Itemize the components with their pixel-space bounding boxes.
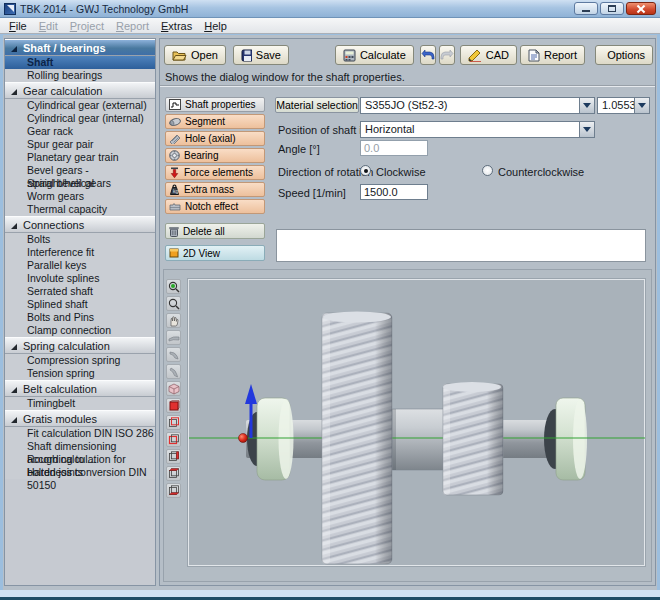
front-view-icon[interactable] [166,398,181,413]
y-axis-arrow [250,402,253,438]
sidebar-header-belt-calculation[interactable]: Belt calculation [5,380,155,397]
counterclockwise-label[interactable]: Counterclockwise [498,166,584,178]
status-hint-text: Shows the dialog window for the shaft pr… [165,71,405,83]
sidebar-item-hardness-conversion[interactable]: Hardness conversion DIN 50150 [5,466,155,479]
svg-text:kg: kg [173,188,179,194]
sidebar-header-gratis-modules[interactable]: Gratis modules [5,410,155,427]
sidebar-item-thermal-capacity[interactable]: Thermal capacity [5,203,155,216]
pan-hand-icon[interactable] [166,313,181,328]
y-axis-arrowhead [245,384,257,404]
sidebar-item-gear-rack[interactable]: Gear rack [5,125,155,138]
chevron-down-icon[interactable] [634,98,649,113]
menubar: File Edit Project Report Extras Help [0,18,660,34]
segment-button[interactable]: Segment [165,114,265,129]
sidebar-item-rough-calculation[interactable]: Rough calculation for bolted joints [5,453,155,466]
menu-extras[interactable]: Extras [156,19,197,33]
zoom-icon[interactable] [166,296,181,311]
sidebar-item-fit-calculation[interactable]: Fit calculation DIN ISO 286 [5,427,155,440]
menu-help[interactable]: Help [199,19,232,33]
sidebar-item-bolts-and-pins[interactable]: Bolts and Pins [5,311,155,324]
left-view-icon[interactable] [166,432,181,447]
sidebar-item-cylindrical-gear-internal[interactable]: Cylindrical gear (internal) [5,112,155,125]
right-view-icon[interactable] [166,449,181,464]
chevron-down-icon[interactable] [579,98,594,113]
material-selection-button[interactable]: Material selection [275,97,359,113]
sidebar-item-cylindrical-gear-external[interactable]: Cylindrical gear (external) [5,99,155,112]
sidebar-item-shaft[interactable]: Shaft [5,56,155,69]
material-combobox[interactable]: S355JO (St52-3) [360,97,595,114]
main-panel: Open Save Calculate CAD Report [159,38,656,586]
position-combobox[interactable]: Horizontal [360,121,595,138]
bearing-icon [169,150,180,161]
shaft-segment-middle [392,409,448,470]
notch-effect-button[interactable]: Notch effect [165,199,265,214]
back-view-icon[interactable] [166,415,181,430]
view-rotate-2-icon[interactable] [166,347,181,362]
cad-button[interactable]: CAD [460,45,517,65]
minimize-button[interactable] [574,2,598,15]
sidebar-item-worm-gears[interactable]: Worm gears [5,190,155,203]
sidebar-item-parallel-keys[interactable]: Parallel keys [5,259,155,272]
titlebar: TBK 2014 - GWJ Technology GmbH [0,0,660,18]
undo-button[interactable] [420,45,436,65]
material-number-combobox[interactable]: 1.0553 [597,97,650,114]
sidebar-item-bolts[interactable]: Bolts [5,233,155,246]
report-button[interactable]: Report [520,45,585,65]
menu-file[interactable]: File [4,19,32,33]
zoom-fit-icon[interactable] [166,279,181,294]
isometric-view-icon[interactable] [166,381,181,396]
sidebar-item-timingbelt[interactable]: Timingbelt [5,397,155,410]
cad-pencil-icon [468,49,482,62]
sidebar-item-serrated-shaft[interactable]: Serrated shaft [5,285,155,298]
hole-axial-button[interactable]: Hole (axial) [165,131,265,146]
sidebar-header-gear-calculation[interactable]: Gear calculation [5,82,155,99]
sidebar-item-clamp-connection[interactable]: Clamp connection [5,324,155,337]
speed-input[interactable]: 1500.0 [360,184,428,200]
menu-report: Report [111,19,154,33]
large-helical-gear [322,312,392,565]
view-rotate-3-icon[interactable] [166,364,181,379]
force-elements-button[interactable]: Force elements [165,165,265,180]
calculate-button[interactable]: Calculate [335,45,414,65]
top-view-icon[interactable] [166,466,181,481]
3d-viewer-panel [163,269,652,582]
sidebar-item-spiral-bevel-gears[interactable]: Spiral bevel gears [5,177,155,190]
options-button[interactable]: Options [595,45,653,65]
main-toolbar: Open Save Calculate CAD Report [164,44,653,66]
clockwise-radio[interactable] [360,165,371,176]
redo-button[interactable] [439,45,455,65]
sidebar-header-connections[interactable]: Connections [5,216,155,233]
2d-view-icon [169,248,179,258]
sidebar-header-shaft-bearings[interactable]: Shaft / bearings [5,39,155,56]
report-document-icon [528,49,540,62]
maximize-button[interactable] [600,2,624,15]
extra-mass-button[interactable]: kg Extra mass [165,182,265,197]
save-button[interactable]: Save [233,45,289,65]
sidebar-item-shaft-dimensioning[interactable]: Shaft dimensioning according to ... [5,440,155,453]
sidebar-item-splined-shaft[interactable]: Splined shaft [5,298,155,311]
shaft-properties-button[interactable]: Shaft properties [165,97,265,112]
message-box [276,229,646,262]
counterclockwise-radio[interactable] [482,165,493,176]
2d-view-button[interactable]: 2D View [165,245,265,261]
bearing-button[interactable]: Bearing [165,148,265,163]
sidebar-item-rolling-bearings[interactable]: Rolling bearings [5,69,155,82]
sidebar-item-interference-fit[interactable]: Interference fit [5,246,155,259]
sidebar-header-spring-calculation[interactable]: Spring calculation [5,337,155,354]
view-rotate-1-icon[interactable] [166,330,181,345]
3d-viewport[interactable] [188,279,645,566]
angle-label: Angle [°] [278,143,320,155]
open-button[interactable]: Open [164,45,226,65]
sidebar-item-involute-splines[interactable]: Involute splines [5,272,155,285]
close-button[interactable] [626,2,656,15]
sidebar-item-spur-gear-pair[interactable]: Spur gear pair [5,138,155,151]
delete-all-button[interactable]: Delete all [165,223,265,239]
sidebar-item-compression-spring[interactable]: Compression spring [5,354,155,367]
sidebar-item-planetary-gear-train[interactable]: Planetary gear train [5,151,155,164]
clockwise-label[interactable]: Clockwise [376,166,426,178]
undo-arrow-icon [421,49,435,61]
sidebar-item-bevel-gears[interactable]: Bevel gears - straight/helical [5,164,155,177]
sidebar-item-tension-spring[interactable]: Tension spring [5,367,155,380]
chevron-down-icon[interactable] [579,122,594,137]
bottom-view-icon[interactable] [166,483,181,498]
